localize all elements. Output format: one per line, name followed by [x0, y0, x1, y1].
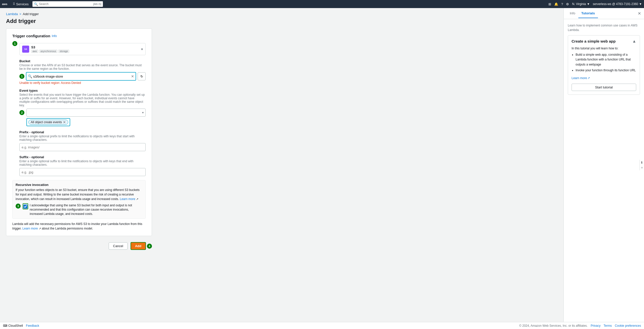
region-selector[interactable]: N. Virginia ▼ [572, 2, 590, 6]
page-wrapper: Lambda > Add trigger Add trigger Trigger… [0, 8, 644, 322]
external-link-icon: ↗ [136, 198, 138, 201]
tab-tutorials[interactable]: Tutorials [578, 9, 598, 18]
prefix-section: Prefix - optional Enter a single optiona… [12, 130, 146, 151]
event-tags-wrap: All object create events ✕ [26, 118, 146, 126]
bucket-search-icon: 🔍 [28, 74, 32, 78]
right-panel-header: Info Tutorials ✕ [564, 8, 644, 19]
trigger-card: Trigger configuration Info 1 S3 S3 aws [6, 28, 152, 236]
recursive-checkbox[interactable] [23, 205, 27, 209]
button-row: Cancel Add 4 [6, 242, 152, 250]
step-badge-1: 1 [12, 41, 17, 46]
services-button[interactable]: ⠿ Services [11, 2, 30, 7]
bucket-description: Choose or enter the ARN of an S3 bucket … [19, 63, 146, 71]
bucket-refresh-button[interactable]: ↻ [138, 72, 146, 80]
breadcrumb: Lambda > Add trigger [6, 12, 557, 16]
recursive-title: Recursive invocation [16, 183, 142, 187]
panel-subtitle: Learn how to implement common use cases … [568, 23, 640, 32]
settings-icon[interactable]: ⚙ [566, 2, 569, 6]
external-link-icon-tutorial: ↗ [587, 76, 590, 81]
s3-tag-async: asynchronous [39, 50, 57, 53]
right-edge-info-icon[interactable]: ℹ [641, 161, 642, 164]
event-tag-all-object-create: All object create events ✕ [28, 120, 68, 125]
right-edge-circle[interactable]: ○ [641, 166, 643, 169]
event-tag-outer: All object create events ✕ [26, 118, 70, 126]
event-tag-remove-button[interactable]: ✕ [63, 120, 66, 124]
s3-tag-aws: aws [31, 50, 38, 53]
recursive-text: If your function writes objects to an S3… [16, 188, 142, 201]
search-shortcut: [Alt+S] [93, 3, 101, 6]
bucket-input[interactable] [33, 73, 130, 80]
tutorial-body: In this tutorial you will learn how to: … [572, 46, 636, 91]
event-type-select[interactable]: All object create events [26, 109, 146, 117]
recursive-checkbox-row: 3 I acknowledge that using the same S3 b… [16, 203, 142, 216]
grid-icon[interactable]: ⊞ [548, 2, 551, 6]
recursive-learn-more[interactable]: Learn more [120, 197, 135, 201]
prefix-label: Prefix - optional [19, 130, 146, 134]
recursive-section: Recursive invocation If your function wr… [12, 180, 146, 219]
tutorial-point-2: Invoke your function through its functio… [576, 68, 636, 73]
breadcrumb-separator: > [19, 12, 21, 16]
s3-dropdown-arrow: ▾ [141, 47, 143, 51]
trigger-config-title: Trigger configuration Info [12, 34, 146, 38]
page-title: Add trigger [6, 18, 557, 24]
right-edge-panel: ℹ ○ [639, 160, 644, 170]
help-icon[interactable]: ? [561, 2, 563, 6]
step-badge-bucket: 1 [19, 74, 24, 79]
suffix-input[interactable] [19, 168, 146, 176]
prefix-description: Enter a single optional prefix to limit … [19, 135, 146, 142]
breadcrumb-current: Add trigger [23, 12, 39, 16]
right-panel-body: Learn how to implement common use cases … [564, 19, 644, 322]
step-badge-3: 3 [16, 204, 21, 209]
trigger-config-info-link[interactable]: Info [52, 34, 57, 38]
bucket-clear-button[interactable]: ✕ [131, 74, 134, 78]
bucket-label: Bucket [19, 59, 146, 63]
step-badge-4: 4 [147, 244, 152, 249]
suffix-description: Enter a single optional suffix to limit … [19, 159, 146, 167]
breadcrumb-lambda[interactable]: Lambda [6, 12, 18, 16]
top-nav-right: ⊞ 🔔 ? ⚙ N. Virginia ▼ serverless-ws @ 47… [548, 2, 642, 6]
bell-icon[interactable]: 🔔 [554, 2, 558, 6]
recursive-checkbox-label: I acknowledge that using the same S3 buc… [30, 203, 142, 216]
search-bar[interactable]: 🔍 [Alt+S] [32, 1, 103, 7]
s3-info: S3 aws asynchronous storage [31, 45, 69, 53]
cancel-button[interactable]: Cancel [109, 242, 127, 250]
tutorial-card: Create a simple web app ▲ In this tutori… [568, 35, 640, 95]
svg-text:aws: aws [2, 3, 7, 6]
event-types-description: Select the events that you want to have … [19, 93, 146, 107]
tutorial-points-list: Build a simple web app, consisting of a … [572, 52, 636, 73]
search-icon: 🔍 [34, 2, 38, 6]
suffix-section: Suffix - optional Enter a single optiona… [12, 155, 146, 176]
search-input[interactable] [39, 2, 92, 6]
tutorial-start-button[interactable]: Start tutorial [572, 84, 636, 91]
event-type-select-wrap: All object create events ▾ [26, 109, 146, 117]
tutorial-learn-more-link[interactable]: Learn more ↗ [572, 76, 590, 81]
tutorial-card-header: Create a simple web app ▲ [572, 39, 636, 44]
permissions-learn-more[interactable]: Learn more [22, 227, 38, 230]
account-menu[interactable]: serverless-ws @ 4783-7191-2360 ▼ [593, 2, 642, 6]
add-button[interactable]: Add [131, 242, 146, 250]
bucket-input-wrap: 🔍 ✕ [26, 72, 136, 81]
tab-info[interactable]: Info [567, 9, 578, 18]
top-nav: aws ⠿ Services 🔍 [Alt+S] ⊞ 🔔 ? ⚙ N. Virg… [0, 0, 644, 8]
event-types-section: Event types Select the events that you w… [12, 89, 146, 126]
s3-selector[interactable]: S3 S3 aws asynchronous storage ▾ [19, 43, 146, 55]
tutorial-point-1: Build a simple web app, consisting of a … [576, 52, 636, 67]
aws-logo[interactable]: aws [2, 2, 9, 6]
permissions-note: Lambda will add the necessary permission… [12, 222, 146, 231]
prefix-input[interactable] [19, 143, 146, 151]
suffix-label: Suffix - optional [19, 155, 146, 159]
event-types-label: Event types [19, 89, 146, 92]
main-content: Lambda > Add trigger Add trigger Trigger… [0, 8, 564, 322]
recursive-checkbox-outer [23, 203, 28, 209]
s3-selector-left: S3 S3 aws asynchronous storage [22, 45, 69, 53]
bucket-error: Unable to verify bucket region: Access D… [19, 81, 146, 85]
right-panel-close-button[interactable]: ✕ [638, 11, 641, 16]
s3-icon: S3 [22, 46, 29, 53]
step-badge-2: 2 [19, 110, 24, 115]
right-panel: Info Tutorials ✕ Learn how to implement … [564, 8, 644, 322]
tutorial-card-title: Create a simple web app [572, 39, 632, 43]
s3-tags: aws asynchronous storage [31, 50, 69, 53]
s3-tag-storage: storage [58, 50, 69, 53]
permissions-external-icon: ↗ [39, 227, 41, 230]
tutorial-collapse-button[interactable]: ▲ [632, 39, 636, 44]
